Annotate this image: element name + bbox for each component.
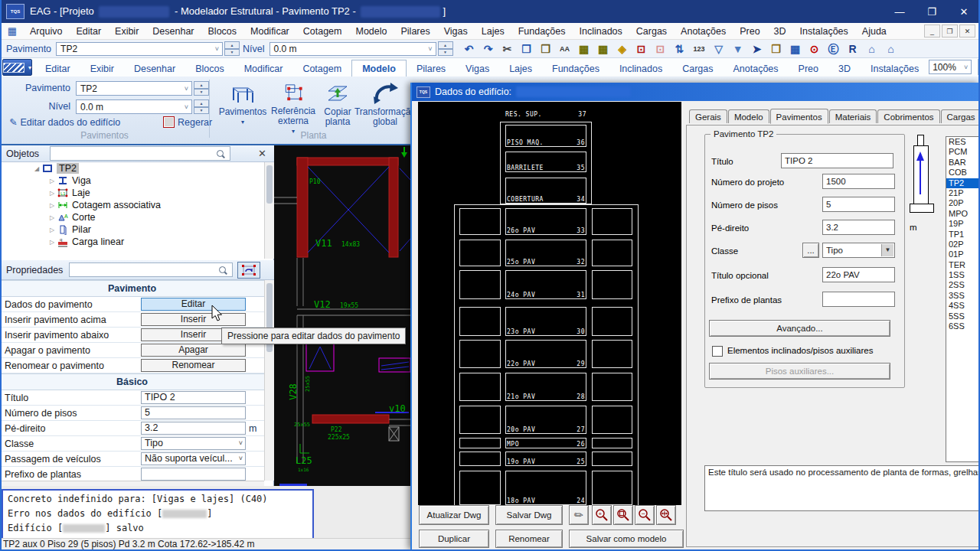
floor-list-item-21p[interactable]: 21P xyxy=(946,188,980,198)
mdi-restore-button[interactable]: ❐ xyxy=(942,24,958,37)
cad-canvas[interactable]: P10V1114x83V1219x55V2825x5525x55P22225x2… xyxy=(274,145,410,486)
dialog-tab-pavimentos[interactable]: Pavimentos xyxy=(770,109,828,124)
floor-list-item-mpo[interactable]: MPO xyxy=(946,209,980,219)
tree-item-carga-linear[interactable]: ▷qCarga linear xyxy=(0,236,264,248)
zoom-in-icon[interactable]: + xyxy=(592,505,612,525)
floor-list-item-2ss[interactable]: 2SS xyxy=(946,280,980,290)
floor-list-item-6ss[interactable]: 6SS xyxy=(946,321,980,331)
menu-item-anotações[interactable]: Anotações xyxy=(674,26,733,37)
locate-icon[interactable]: R xyxy=(848,44,858,54)
nivel-spinner[interactable]: ▲▼ xyxy=(438,41,453,56)
ribbon-tab-blocos[interactable]: Blocos xyxy=(185,60,234,77)
close-button[interactable]: ✕ xyxy=(948,0,980,23)
zoom-e-icon[interactable]: Ⓔ xyxy=(828,44,839,54)
avancado-button[interactable]: Avançado... xyxy=(709,320,890,337)
maximize-button[interactable]: ❐ xyxy=(916,0,948,23)
expand-icon[interactable]: ▷ xyxy=(47,190,57,197)
editar-button[interactable]: Editar xyxy=(141,298,246,311)
pavimento-spinner[interactable]: ▲▼ xyxy=(224,41,240,56)
ribbon-tab-desenhar[interactable]: Desenhar xyxy=(124,60,185,77)
ribbon-tab-editar[interactable]: Editar xyxy=(35,60,80,77)
floor-list-item-02p[interactable]: 02P xyxy=(946,240,980,249)
menu-item-instalações[interactable]: Instalações xyxy=(793,26,855,37)
floor-list-item-4ss[interactable]: 4SS xyxy=(946,301,980,311)
floor-list-item-tp1[interactable]: TP1 xyxy=(946,230,980,240)
menu-item-cargas[interactable]: Cargas xyxy=(629,26,674,37)
zoom-out-icon[interactable]: − xyxy=(635,505,655,525)
property-value[interactable]: 5 xyxy=(141,406,246,419)
menu-item-cotagem[interactable]: Cotagem xyxy=(296,26,349,37)
menu-item-exibir[interactable]: Exibir xyxy=(108,26,145,37)
table-icon[interactable]: ▦ xyxy=(790,44,801,54)
field-input-pé-direito[interactable]: 3.2 xyxy=(822,220,895,235)
ribbon-tab-cargas[interactable]: Cargas xyxy=(672,60,723,77)
floor-list-item-3ss[interactable]: 3SS xyxy=(946,291,980,301)
floor-list-item-5ss[interactable]: 5SS xyxy=(946,311,980,321)
paste-icon[interactable]: ❒ xyxy=(541,44,551,54)
home-icon[interactable]: ⌂ xyxy=(867,44,877,54)
field-input-classe[interactable]: Tipo▼ xyxy=(822,243,895,258)
expand-icon[interactable]: ▷ xyxy=(47,178,57,184)
menu-item-ajuda[interactable]: Ajuda xyxy=(855,26,893,37)
dialog-tab-materiais[interactable]: Materiais xyxy=(829,109,877,123)
ribbon-pavimento-spinner[interactable]: ▲▼ xyxy=(194,81,209,96)
save-e-icon[interactable]: ▦ xyxy=(579,44,590,54)
menu-item-preo[interactable]: Preo xyxy=(733,26,766,37)
property-value[interactable]: 3.2 xyxy=(141,422,246,435)
menu-item-editar[interactable]: Editar xyxy=(69,26,108,37)
zoom-extents-icon[interactable] xyxy=(656,505,676,525)
expand-icon[interactable]: ▷ xyxy=(47,227,57,233)
ribbon-nivel-combo[interactable]: 0.0 m˅ xyxy=(76,99,192,114)
field-input-prefixo-de-plantas[interactable] xyxy=(822,292,895,307)
save-d-icon[interactable]: ▦ xyxy=(598,44,609,54)
inserir-button[interactable]: Inserir xyxy=(141,313,246,326)
propriedades-search-input[interactable] xyxy=(69,262,233,277)
redo-icon[interactable]: ↷ xyxy=(483,44,494,54)
ribbon-tab-anotações[interactable]: Anotações xyxy=(723,60,788,77)
minimize-button[interactable]: — xyxy=(884,0,916,23)
regerar-button[interactable]: Regerar xyxy=(163,116,212,128)
floor-list-item-res[interactable]: RES xyxy=(946,137,980,147)
filter-solid-icon[interactable]: ▼ xyxy=(733,44,743,54)
menu-item-blocos[interactable]: Blocos xyxy=(201,26,244,37)
home-save-icon[interactable]: ⌂ xyxy=(886,44,897,54)
editar-dados-edificio-button[interactable]: ✎ Editar dados do edifício xyxy=(9,116,120,128)
ribbon-tab-instalações[interactable]: Instalações xyxy=(861,60,929,77)
mdi-minimize-button[interactable]: _ xyxy=(924,24,940,37)
dialog-tab-cargas[interactable]: Cargas xyxy=(941,109,980,123)
numbering-icon[interactable]: 123 xyxy=(694,44,705,54)
copy-icon[interactable]: ❐ xyxy=(521,44,532,54)
notes-icon[interactable]: ❒ xyxy=(771,44,782,54)
ribbon-tab-exibir[interactable]: Exibir xyxy=(80,60,124,77)
field-input-título[interactable]: TIPO 2 xyxy=(781,153,893,168)
tree-item-corte[interactable]: ▷ACorte xyxy=(0,211,264,223)
zoom-window-icon[interactable] xyxy=(613,505,633,525)
tree-item-pilar[interactable]: ▷Pilar xyxy=(0,223,264,236)
expand-icon[interactable]: ▷ xyxy=(47,239,57,246)
menu-item-fundações[interactable]: Fundações xyxy=(511,26,573,37)
property-value[interactable] xyxy=(141,468,246,481)
filter-icon[interactable]: ▽ xyxy=(714,44,724,54)
floor-list-item-cob[interactable]: COB xyxy=(946,168,980,178)
ribbon-pavimento-combo[interactable]: TP2˅ xyxy=(76,81,192,96)
tree-scrollbar[interactable] xyxy=(264,162,274,259)
ribbon-tab-pilares[interactable]: Pilares xyxy=(407,60,456,77)
apagar-button[interactable]: Apagar xyxy=(141,344,246,357)
building-elevation-view[interactable]: RES. SUP.37PISO MAQ.36BARRILETE35COBERTU… xyxy=(418,102,681,505)
menu-item-pilares[interactable]: Pilares xyxy=(394,26,437,37)
tag-icon[interactable]: ◈ xyxy=(617,44,628,54)
ribbon-tab-cotagem[interactable]: Cotagem xyxy=(292,60,351,77)
dialog-tab-gerais[interactable]: Gerais xyxy=(689,109,727,123)
elementos-inclinados-checkbox[interactable] xyxy=(712,346,723,357)
ribbon-tab-vigas[interactable]: Vigas xyxy=(456,60,499,77)
menu-item-inclinados[interactable]: Inclinados xyxy=(573,26,629,37)
menu-item-modificar[interactable]: Modificar xyxy=(243,26,296,37)
ribbon-nivel-spinner[interactable]: ▲▼ xyxy=(194,99,209,114)
pavimentos-menu-button[interactable]: Pavimentos▾ xyxy=(217,80,268,136)
select-frame2-icon[interactable]: ⊡ xyxy=(655,44,666,54)
atualizar-dwg-button[interactable]: Atualizar Dwg xyxy=(419,505,489,525)
floor-list-item-1ss[interactable]: 1SS xyxy=(946,270,980,280)
floor-list-item-pcm[interactable]: PCM xyxy=(946,147,980,157)
ribbon-tab-inclinados[interactable]: Inclinados xyxy=(609,60,672,77)
menu-item-desenhar[interactable]: Desenhar xyxy=(145,26,201,37)
